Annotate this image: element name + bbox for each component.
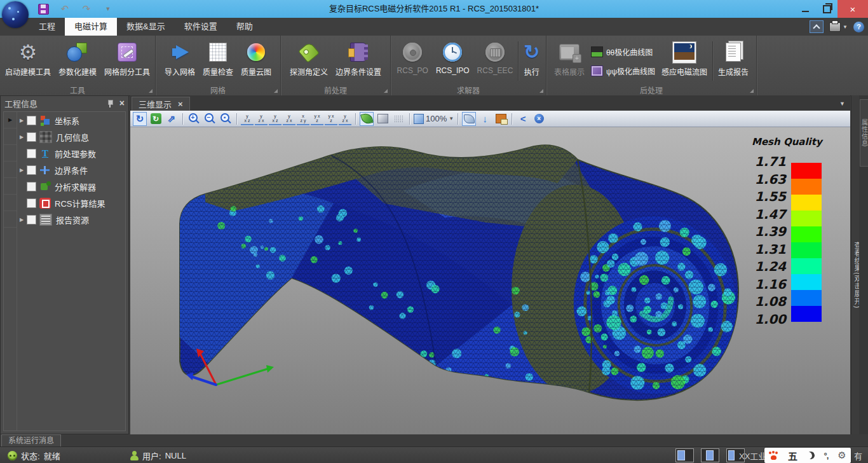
button-label: 边界条件设置 [336, 66, 381, 77]
tab-close-icon[interactable]: × [178, 99, 183, 109]
shaded-view-button[interactable] [360, 112, 374, 126]
tree-item-5[interactable]: RCS计算结果 [4, 195, 125, 211]
rcs-eec-button[interactable]: RCS_EEC [473, 38, 517, 85]
theta-polarization-curve-button[interactable]: θθ极化曲线图 [588, 42, 658, 61]
execute-button[interactable]: ↻ 执行 [520, 38, 543, 85]
tree-checkbox[interactable] [27, 132, 36, 142]
tab-data-display[interactable]: 数据&显示 [117, 18, 175, 36]
axis-view-button-1[interactable]: yz x [255, 113, 268, 125]
tree-item-2[interactable]: T前处理参数 [4, 145, 125, 162]
group-label: 求解器 [457, 85, 480, 95]
collapse-ribbon-button[interactable] [810, 20, 824, 33]
tree-item-1[interactable]: ▶几何信息 [4, 128, 125, 145]
tab-3d-display[interactable]: 三维显示 × [132, 97, 190, 111]
axis-view-button-3[interactable]: yz x [283, 113, 295, 125]
tab-help[interactable]: 帮助 [227, 18, 262, 36]
induced-current-map-button[interactable]: 感应电磁流图 [658, 38, 711, 85]
tree-checkbox[interactable] [27, 182, 36, 191]
restore-button[interactable] [816, 0, 837, 18]
results-collapsed-bar[interactable]: 查看结果(双击展开) [851, 95, 860, 434]
tree-checkbox[interactable] [27, 198, 36, 208]
boundary-condition-button[interactable]: 边界条件设置 [332, 38, 385, 85]
launch-modeling-tool-button[interactable]: ⚙ 启动建模工具 [1, 38, 55, 85]
ime-punctuation-button[interactable]: °, [824, 451, 829, 460]
panel-close-button[interactable]: × [119, 99, 125, 107]
expander-icon[interactable]: ▶ [17, 217, 27, 223]
expander-icon[interactable]: ▶ [17, 134, 27, 140]
tree-checkbox[interactable] [27, 165, 36, 175]
tree-item-4[interactable]: 分析求解器 [4, 178, 125, 195]
quality-contour-button[interactable]: 质量云图 [237, 38, 275, 85]
help-button[interactable]: ? [853, 22, 864, 32]
axis-view-button-4[interactable]: xz y [297, 113, 309, 125]
rotate-button[interactable]: ↻ [133, 112, 147, 126]
tab-em-computation[interactable]: 电磁计算 [65, 18, 117, 36]
expander-icon[interactable]: ▶ [17, 118, 27, 123]
axis-view-button-5[interactable]: y xz [311, 113, 323, 125]
dialog-launcher[interactable] [539, 89, 543, 93]
dialog-launcher[interactable] [149, 89, 153, 93]
table-display-button[interactable]: 表格展示 [550, 38, 588, 85]
axis-view-button-6[interactable]: y xz [325, 113, 337, 125]
zoom-in-button[interactable]: + [187, 112, 201, 126]
ime-logo-icon[interactable] [769, 452, 778, 460]
app-logo[interactable] [2, 1, 29, 28]
close-button[interactable]: × [837, 0, 868, 18]
zoom-out-button[interactable]: − [203, 112, 217, 126]
rcs-po-button[interactable]: RCS_PO [393, 38, 432, 85]
parametric-modeling-button[interactable]: 参数化建模 [55, 38, 100, 85]
tree-checkbox[interactable] [27, 116, 36, 125]
dialog-launcher[interactable] [750, 89, 754, 93]
quality-check-button[interactable]: 质量检查 [199, 38, 237, 85]
pan-button[interactable]: ⇗ [165, 112, 179, 126]
minimize-button[interactable] [794, 0, 816, 18]
property-info-tab[interactable]: 属性信息 [860, 99, 868, 167]
tree-checkbox[interactable] [27, 215, 36, 225]
tab-project[interactable]: 工程 [29, 18, 65, 36]
share-icon: < [520, 113, 526, 124]
button-label: 质量云图 [241, 66, 271, 77]
wireframe-view-button[interactable] [391, 112, 405, 126]
share-button[interactable]: < [516, 112, 530, 126]
mesh-partition-tool-button[interactable]: 网格剖分工具 [100, 38, 154, 85]
pin-icon[interactable] [107, 99, 113, 107]
tree-checkbox[interactable] [27, 149, 36, 158]
project-info-titlebar: 工程信息 × [1, 96, 128, 110]
probe-angle-button[interactable]: 探测角定义 [286, 38, 332, 85]
dialog-launcher[interactable] [384, 89, 388, 93]
row-gutter [4, 195, 17, 211]
expander-icon[interactable]: ▶ [17, 167, 27, 173]
ribbon-group-mesh: 导入网格 质量检查 质量云图 网格 [156, 36, 281, 95]
tab-software-settings[interactable]: 软件设置 [175, 18, 227, 36]
viewport-canvas[interactable]: Mesh Quality 1.711.631.551.471.391.311.2… [130, 127, 850, 434]
geom-icon [39, 131, 52, 143]
viewport-tabstrip: 三维显示 × ▼ [130, 95, 850, 111]
tree-item-6[interactable]: ▶报告资源 [4, 211, 125, 228]
axis-view-button-7[interactable]: yz x [339, 113, 351, 125]
surface-view-button[interactable] [376, 112, 390, 126]
rcs-ipo-button[interactable]: RCS_IPO [432, 38, 473, 85]
psi-polarization-curve-button[interactable]: ψψ极化曲线图 [588, 61, 658, 80]
close-view-button[interactable]: × [532, 112, 546, 126]
display-device-button[interactable]: ▼ [829, 22, 848, 32]
import-mesh-button[interactable]: 导入网格 [161, 38, 199, 85]
system-messages-tab[interactable]: 系统运行消息 [1, 434, 61, 446]
axis-view-button-2[interactable]: yx z [269, 113, 281, 125]
zoom-level-control[interactable]: 100% ▼ [414, 114, 454, 124]
layout-left-button[interactable] [675, 448, 694, 462]
curved-surface-button[interactable] [462, 112, 476, 126]
axis-view-button-0[interactable]: yx z [241, 113, 254, 125]
ime-settings-button[interactable]: ⚙ [837, 450, 846, 461]
zoom-fit-button[interactable]: ▪ [219, 112, 233, 126]
generate-report-button[interactable]: 生成报告 [714, 38, 752, 85]
copy-image-button[interactable] [494, 112, 508, 126]
tab-list-dropdown[interactable]: ▼ [839, 100, 845, 107]
arrow-down-button[interactable]: ↓ [478, 112, 492, 126]
refresh-view-button[interactable]: ↻ [149, 112, 163, 126]
tree-item-0[interactable]: ▶▶坐标系 [4, 112, 125, 128]
ime-mode-button[interactable]: 五 [788, 449, 797, 462]
tree-item-3[interactable]: ▶边界条件 [4, 162, 125, 178]
layout-center-button[interactable] [701, 448, 719, 462]
dialog-launcher[interactable] [274, 89, 278, 93]
moon-icon[interactable] [806, 450, 815, 460]
